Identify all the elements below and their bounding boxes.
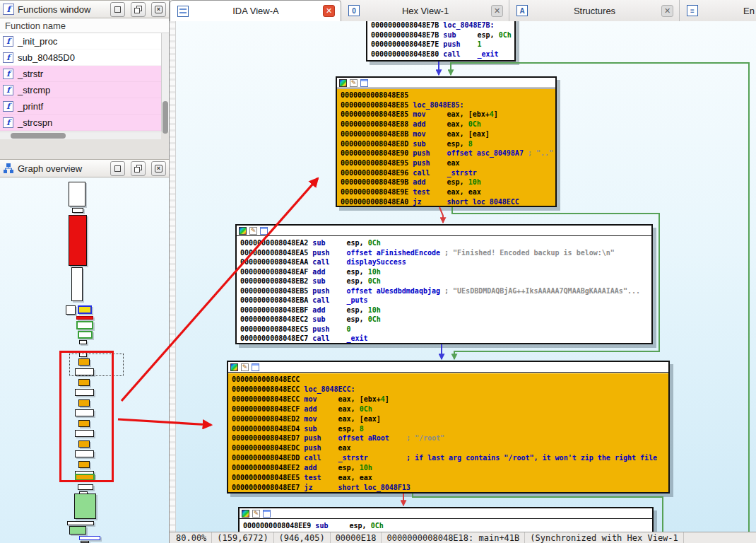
function-row[interactable]: f_init_proc <box>0 33 161 49</box>
edit-icon[interactable]: ✎ <box>241 363 249 371</box>
function-icon: f <box>3 101 13 112</box>
tab-label: Hex View-1 <box>360 6 491 16</box>
tab-structures[interactable]: A Structures ✕ <box>509 0 680 21</box>
function-name: _init_proc <box>18 36 57 47</box>
status-segment: (159,6772) <box>212 532 273 543</box>
frame-icon[interactable] <box>252 363 259 371</box>
overview-node <box>76 316 93 320</box>
tab-hex-view-1[interactable]: 0 Hex View-1 ✕ <box>341 0 509 21</box>
disassembly-text: 0000000008048E850000000008048E85 loc_804… <box>337 89 555 206</box>
structures-icon: A <box>516 5 528 16</box>
frame-icon[interactable] <box>260 227 268 235</box>
maximize-button[interactable] <box>110 161 125 176</box>
basic-block-loc_8048EE9[interactable]: ✎0000000008048EE9 sub esp, 0Ch <box>238 507 654 535</box>
function-row[interactable]: f_printf <box>0 98 161 115</box>
maximize-icon <box>114 165 121 172</box>
function-row[interactable]: f_strcspn <box>0 115 161 131</box>
function-row[interactable]: fsub_80485D0 <box>0 49 161 66</box>
frame-icon[interactable] <box>263 510 271 518</box>
overview-node <box>69 526 86 535</box>
tab-label: Structures <box>528 6 661 16</box>
block-title-bar: ✎ <box>337 78 555 88</box>
overview-node <box>74 494 96 519</box>
palette-icon[interactable] <box>242 510 249 518</box>
tab-bar: IDA View-A ✕ 0 Hex View-1 ✕ A Structures… <box>170 0 756 21</box>
close-tab-icon[interactable]: ✕ <box>491 5 503 17</box>
disassembly-text: 0000000008048EA2 sub esp, 0Ch00000000080… <box>237 237 651 343</box>
functions-window: f Functions window × Function name f_ini… <box>0 0 169 139</box>
overview-node <box>79 340 87 344</box>
frame-icon[interactable] <box>360 79 368 87</box>
function-icon: f <box>3 69 13 79</box>
overview-node <box>67 521 94 525</box>
graph-overview-window: Graph overview × <box>0 159 169 543</box>
edit-icon[interactable]: ✎ <box>252 510 260 518</box>
overview-node <box>78 331 93 339</box>
close-icon: × <box>155 165 163 173</box>
ida-view-icon <box>177 6 189 17</box>
hex-view-icon: 0 <box>348 5 360 16</box>
scrollbar-thumb[interactable] <box>11 133 66 139</box>
overview-node <box>66 305 76 315</box>
overview-node <box>69 215 87 266</box>
function-row[interactable]: f_strstr <box>0 66 161 82</box>
close-button[interactable]: × <box>151 161 166 176</box>
graph-overview-titlebar: Graph overview × <box>0 159 169 177</box>
graph-view-margin <box>170 21 176 532</box>
functions-window-title: Functions window <box>18 4 105 15</box>
close-tab-icon[interactable]: ✕ <box>661 5 673 17</box>
overview-node <box>79 536 100 540</box>
overview-viewport[interactable] <box>59 351 114 482</box>
status-segment: 00000E18 <box>331 532 382 543</box>
maximize-button[interactable] <box>110 2 125 17</box>
column-header-function-name[interactable]: Function name <box>0 18 169 33</box>
vertical-scrollbar[interactable] <box>161 33 169 132</box>
basic-block-loc_8048ECC[interactable]: ✎0000000008048ECC0000000008048ECC loc_80… <box>227 361 670 494</box>
float-button[interactable] <box>131 161 146 176</box>
float-icon <box>134 165 142 173</box>
basic-block-loc_8048E85[interactable]: ✎0000000008048E850000000008048E85 loc_80… <box>336 76 557 207</box>
tab-label: IDA View-A <box>189 6 323 16</box>
overview-node <box>76 321 93 329</box>
overview-node <box>78 484 93 490</box>
disassembly-text: 0000000008048ECC0000000008048ECC loc_804… <box>228 373 668 492</box>
ida-pro-window: 0000000008048E7B loc_8048E7B:00000000080… <box>0 0 756 543</box>
close-icon: × <box>155 6 163 13</box>
close-tab-icon[interactable]: ✕ <box>323 5 335 17</box>
basic-block-loc_8048E7B[interactable]: 0000000008048E7B loc_8048E7B:00000000080… <box>366 18 516 62</box>
overview-node <box>69 182 85 206</box>
status-segment: (Synchronized with Hex View-1 <box>525 532 684 543</box>
graph-overview-icon <box>3 163 14 174</box>
palette-icon[interactable] <box>230 363 238 371</box>
palette-icon[interactable] <box>239 227 247 235</box>
horizontal-scrollbar[interactable] <box>0 132 161 139</box>
basic-block-loc_8048EA2[interactable]: ✎0000000008048EA2 sub esp, 0Ch0000000008… <box>235 224 653 344</box>
function-name: _printf <box>18 101 43 112</box>
status-segment: 80.00% <box>171 532 212 543</box>
scrollbar-thumb[interactable] <box>163 101 168 134</box>
palette-icon[interactable] <box>339 79 347 87</box>
float-icon <box>134 6 142 13</box>
status-segment: (946,405) <box>274 532 331 543</box>
overview-node <box>71 267 83 301</box>
block-title-bar: ✎ <box>228 362 668 373</box>
function-icon: f <box>3 117 13 128</box>
edit-icon[interactable]: ✎ <box>350 79 358 87</box>
function-name: _strcmp <box>18 85 50 95</box>
tab-enums[interactable]: ≡ En <box>680 0 756 21</box>
function-name: _strcspn <box>18 117 52 128</box>
graph-overview-title: Graph overview <box>18 163 105 174</box>
maximize-icon <box>114 6 121 13</box>
edit-icon[interactable]: ✎ <box>249 227 257 235</box>
graph-overview-canvas[interactable] <box>0 177 169 543</box>
tab-label: En <box>698 6 756 16</box>
function-row[interactable]: f_strcmp <box>0 82 161 98</box>
overview-node <box>78 305 92 314</box>
function-icon: f <box>3 52 13 63</box>
float-button[interactable] <box>131 2 146 17</box>
tab-ida-view-a[interactable]: IDA View-A ✕ <box>170 0 341 21</box>
enums-icon: ≡ <box>687 5 698 16</box>
close-button[interactable]: × <box>151 2 166 17</box>
overview-node <box>72 208 83 213</box>
function-name: sub_80485D0 <box>18 52 75 63</box>
